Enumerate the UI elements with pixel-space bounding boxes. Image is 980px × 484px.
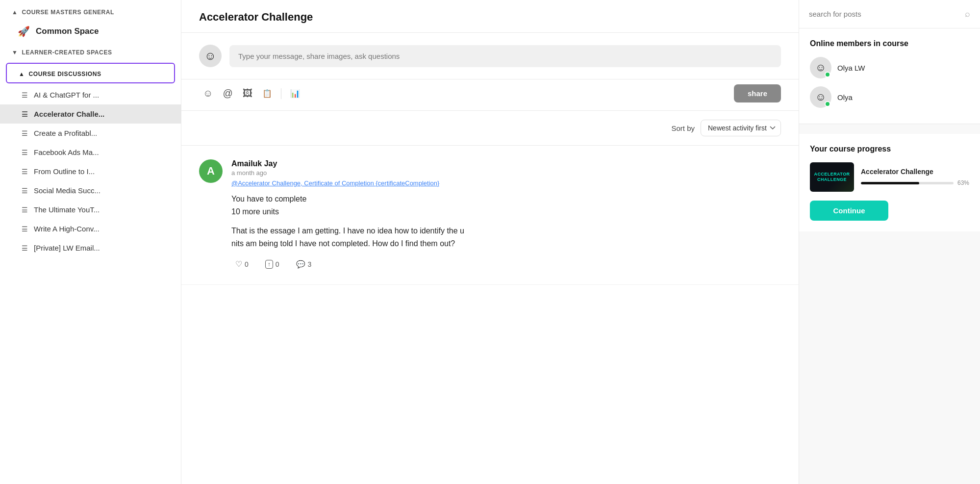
sort-label: Sort by bbox=[671, 124, 695, 132]
sidebar-discussion-item-4[interactable]: ☰From Outline to I... bbox=[0, 162, 181, 181]
course-discussions-header[interactable]: ▲ COURSE DISCUSSIONS bbox=[6, 63, 175, 83]
toolbar-area: ☺ @ 🖼 📋 📊 share bbox=[181, 79, 799, 111]
sort-area: Sort by Newest activity first Oldest act… bbox=[181, 111, 799, 146]
online-dot-2 bbox=[825, 101, 830, 107]
progress-card: ACCELERATORCHALLENGE Accelerator Challen… bbox=[810, 162, 969, 221]
course-masters-header[interactable]: ▲ COURSE MASTERS GENERAL bbox=[0, 0, 181, 21]
post-body-line1: You have to complete bbox=[231, 193, 781, 205]
sidebar-discussion-item-2[interactable]: ☰Create a Profitabl... bbox=[0, 124, 181, 143]
image-button[interactable]: 🖼 bbox=[239, 85, 256, 102]
continue-button[interactable]: Continue bbox=[810, 201, 888, 221]
doc-icon-0: ☰ bbox=[22, 91, 28, 99]
progress-bar-fill bbox=[861, 182, 919, 184]
post-body: You have to complete 10 more units That … bbox=[231, 193, 781, 250]
post-avatar: A bbox=[199, 159, 223, 183]
main-header: Accelerator Challenge bbox=[181, 0, 799, 33]
course-masters-label: COURSE MASTERS GENERAL bbox=[22, 9, 114, 16]
toolbar-divider bbox=[281, 88, 281, 99]
emoji-button[interactable]: ☺ bbox=[199, 85, 217, 102]
discussion-label-5: Social Media Succ... bbox=[34, 186, 101, 195]
sidebar-item-common-space[interactable]: 🚀 Common Space bbox=[0, 21, 181, 42]
mention-button[interactable]: @ bbox=[219, 85, 236, 102]
chevron-up-icon: ▲ bbox=[12, 9, 18, 16]
member-avatar-icon-2: ☺ bbox=[815, 91, 826, 103]
sidebar-discussion-item-3[interactable]: ☰Facebook Ads Ma... bbox=[0, 143, 181, 162]
comment-count: 3 bbox=[308, 260, 312, 268]
main-content: Accelerator Challenge ☺ ☺ @ 🖼 📋 📊 share … bbox=[181, 0, 799, 484]
sidebar-discussion-item-0[interactable]: ☰AI & ChatGPT for ... bbox=[0, 85, 181, 104]
post-tag-link[interactable]: @Accelerator Challenge, Certificate of C… bbox=[231, 179, 781, 187]
chevron-down-icon: ▼ bbox=[12, 49, 18, 56]
online-members-section: Online members in course ☺ Olya LW ☺ Oly… bbox=[799, 28, 980, 124]
doc-icon-8: ☰ bbox=[22, 244, 28, 252]
comment-button[interactable]: 💬 3 bbox=[292, 258, 316, 271]
discussion-label-6: The Ultimate YouT... bbox=[34, 205, 100, 214]
post-content: Amailuk Jay a month ago @Accelerator Cha… bbox=[231, 159, 781, 271]
post-item: A Amailuk Jay a month ago @Accelerator C… bbox=[181, 146, 799, 285]
online-members-title: Online members in course bbox=[810, 39, 969, 48]
compose-input[interactable] bbox=[229, 45, 781, 67]
member-avatar-wrap-2: ☺ bbox=[810, 86, 831, 108]
post-time: a month ago bbox=[231, 169, 781, 177]
discussion-items-list: ☰AI & ChatGPT for ...☰Accelerator Challe… bbox=[0, 85, 181, 257]
compose-area: ☺ bbox=[181, 33, 799, 79]
progress-course-row: ACCELERATORCHALLENGE Accelerator Challen… bbox=[810, 162, 969, 192]
comment-icon: 💬 bbox=[296, 260, 305, 269]
left-sidebar: ▲ COURSE MASTERS GENERAL 🚀 Common Space … bbox=[0, 0, 181, 484]
posts-area: A Amailuk Jay a month ago @Accelerator C… bbox=[181, 146, 799, 484]
doc-button[interactable]: 📋 bbox=[258, 86, 276, 101]
sidebar-discussion-item-7[interactable]: ☰Write A High-Conv... bbox=[0, 219, 181, 238]
post-body-line2: 10 more units bbox=[231, 205, 781, 218]
share-count: 0 bbox=[276, 260, 279, 268]
search-input[interactable] bbox=[809, 10, 960, 18]
course-progress-title: Your course progress bbox=[810, 145, 969, 153]
compose-avatar-icon: ☺ bbox=[204, 49, 217, 63]
doc-icon-6: ☰ bbox=[22, 206, 28, 214]
sort-select[interactable]: Newest activity first Oldest activity fi… bbox=[701, 120, 781, 136]
sidebar-discussion-item-5[interactable]: ☰Social Media Succ... bbox=[0, 181, 181, 200]
like-button[interactable]: ♡ 0 bbox=[231, 257, 252, 271]
search-bar: ⌕ bbox=[799, 0, 980, 28]
discussion-label-3: Facebook Ads Ma... bbox=[34, 148, 99, 156]
post-actions: ♡ 0 ↑ 0 💬 3 bbox=[231, 257, 781, 271]
rocket-icon: 🚀 bbox=[18, 25, 30, 37]
share-post-button[interactable]: ↑ 0 bbox=[261, 258, 283, 271]
post-avatar-letter: A bbox=[207, 165, 215, 178]
sidebar-discussion-item-6[interactable]: ☰The Ultimate YouT... bbox=[0, 200, 181, 219]
upload-icon: ↑ bbox=[265, 260, 273, 269]
progress-bar-wrap: 63% bbox=[861, 179, 969, 186]
progress-info: Accelerator Challenge 63% bbox=[861, 168, 969, 186]
discussion-label-7: Write A High-Conv... bbox=[34, 225, 100, 233]
discussion-label-2: Create a Profitabl... bbox=[34, 129, 97, 137]
post-author: Amailuk Jay bbox=[231, 159, 781, 168]
doc-icon-4: ☰ bbox=[22, 168, 28, 176]
post-body-rest: That is the essage I am getting. I have … bbox=[231, 225, 781, 250]
like-count: 0 bbox=[245, 260, 249, 268]
sidebar-discussion-item-1[interactable]: ☰Accelerator Challe... bbox=[0, 104, 181, 124]
learner-created-header[interactable]: ▼ LEARNER-CREATED SPACES bbox=[0, 42, 181, 61]
doc-icon-5: ☰ bbox=[22, 187, 28, 195]
compose-avatar: ☺ bbox=[199, 45, 222, 67]
progress-pct: 63% bbox=[957, 179, 969, 186]
learner-created-label: LEARNER-CREATED SPACES bbox=[22, 49, 112, 56]
online-dot-1 bbox=[825, 72, 830, 77]
discussion-label-4: From Outline to I... bbox=[34, 167, 95, 176]
sidebar-discussion-item-8[interactable]: ☰[Private] LW Email... bbox=[0, 238, 181, 257]
member-item-2: ☺ Olya bbox=[810, 86, 969, 108]
discussion-label-0: AI & ChatGPT for ... bbox=[34, 91, 99, 99]
member-item-1: ☺ Olya LW bbox=[810, 57, 969, 78]
chevron-up-icon-2: ▲ bbox=[19, 71, 25, 77]
share-button[interactable]: share bbox=[734, 84, 781, 102]
progress-bar-bg bbox=[861, 182, 954, 184]
heart-icon: ♡ bbox=[235, 259, 242, 269]
search-icon: ⌕ bbox=[965, 9, 970, 19]
common-space-label: Common Space bbox=[36, 26, 99, 36]
progress-course-name: Accelerator Challenge bbox=[861, 168, 969, 176]
course-progress-section: Your course progress ACCELERATORCHALLENG… bbox=[799, 134, 980, 231]
discussion-label-1: Accelerator Challe... bbox=[34, 110, 104, 118]
chart-button[interactable]: 📊 bbox=[286, 86, 304, 101]
course-discussions-label: COURSE DISCUSSIONS bbox=[28, 71, 101, 77]
member-avatar-wrap-1: ☺ bbox=[810, 57, 831, 78]
progress-thumbnail-text: ACCELERATORCHALLENGE bbox=[812, 170, 852, 184]
page-title: Accelerator Challenge bbox=[199, 11, 781, 24]
